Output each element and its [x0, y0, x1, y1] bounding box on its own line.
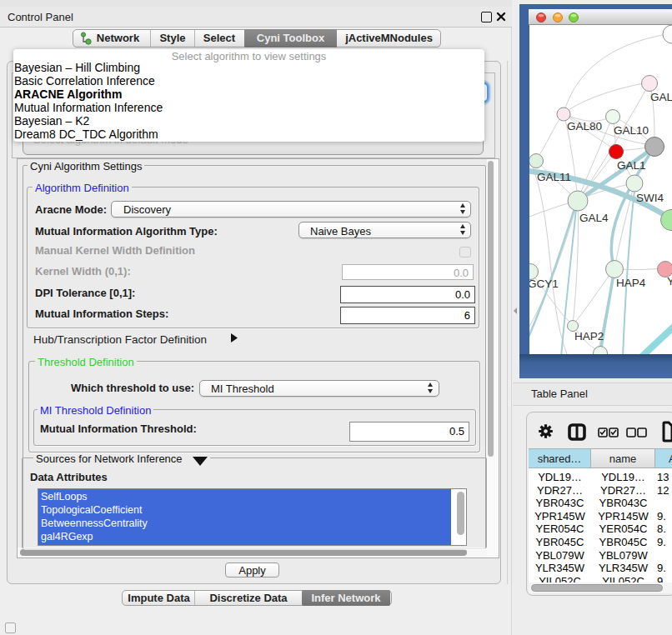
svg-text:GAL: GAL	[650, 91, 672, 103]
svg-text:GAL1: GAL1	[617, 159, 646, 172]
svg-text:GCY1: GCY1	[529, 278, 559, 290]
svg-text:SWI4: SWI4	[636, 192, 664, 204]
svg-text:GAL4: GAL4	[579, 212, 609, 224]
svg-text:GAL80: GAL80	[567, 120, 602, 132]
svg-text:Y: Y	[667, 275, 672, 288]
svg-text:HAP4: HAP4	[616, 277, 646, 289]
svg-text:GAL11: GAL11	[537, 171, 571, 183]
svg-text:GAL10: GAL10	[614, 124, 649, 137]
svg-text:HAP2: HAP2	[574, 330, 604, 342]
